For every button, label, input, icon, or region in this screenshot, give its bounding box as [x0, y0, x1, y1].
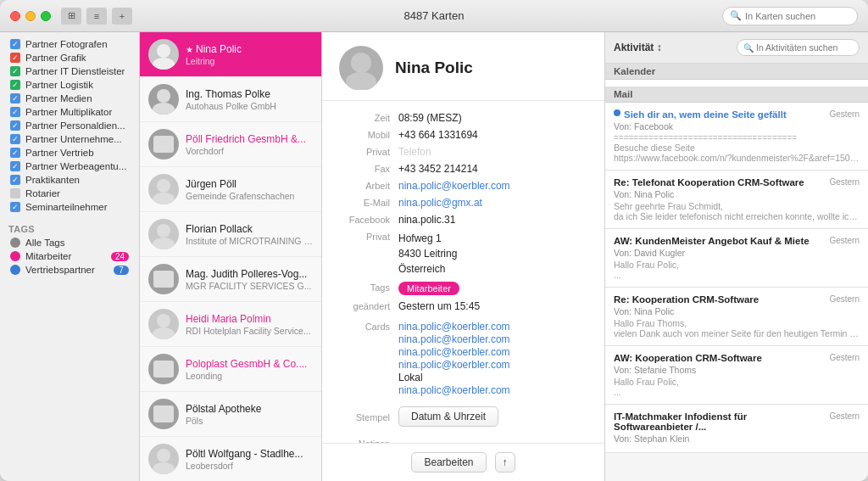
- detail-row-mobil: Mobil +43 664 1331694: [322, 126, 604, 143]
- global-search[interactable]: 🔍: [722, 7, 858, 25]
- contact-item-judith-polleres[interactable]: Mag. Judith Polleres-Vog... MGR FACILITY…: [140, 257, 321, 302]
- sidebar-item-partner-logistik[interactable]: ✓ Partner Logistik: [3, 78, 136, 92]
- share-button[interactable]: ↑: [495, 452, 515, 473]
- checkbox-partner-multiplikator[interactable]: ✓: [10, 107, 20, 117]
- avatar-polstal: [148, 399, 179, 429]
- svg-rect-14: [153, 405, 174, 422]
- checkbox-partner-medien[interactable]: ✓: [10, 93, 20, 103]
- checkbox-partner-personal[interactable]: ✓: [10, 120, 20, 131]
- card-link-5[interactable]: nina.polic@koerbler.com: [398, 384, 510, 396]
- minimize-button[interactable]: [25, 11, 36, 21]
- sidebar-item-partner-werbe[interactable]: ✓ Partner Werbeagentu...: [3, 159, 136, 173]
- contact-item-heidi-polmin[interactable]: Heidi Maria Polmin RDI Hotelplan Facilit…: [140, 302, 321, 347]
- add-icon[interactable]: +: [112, 8, 132, 25]
- app-window: ⊞ ≡ + 8487 Karten 🔍 ✓ Partner Fotografen…: [0, 0, 868, 481]
- contact-info-judith-polleres: Mag. Judith Polleres-Vog... MGR FACILITY…: [186, 268, 313, 291]
- contact-name-nina-polic: ★Nina Polic: [186, 43, 313, 55]
- checkbox-partner-grafik[interactable]: ✓: [10, 53, 20, 63]
- svg-rect-13: [153, 361, 174, 378]
- mail-item-kooperation[interactable]: Re: Kooperation CRM-Software Gestern Von…: [605, 288, 868, 346]
- tag-mitarbeiter[interactable]: Mitarbeiter 24: [3, 249, 136, 263]
- sidebar-item-partner-unternehme[interactable]: ✓ Partner Unternehme...: [3, 132, 136, 146]
- list-icon[interactable]: ≡: [86, 8, 107, 25]
- detail-value-fax: +43 3452 214214: [398, 163, 587, 175]
- mail-item-aw-kooperation[interactable]: AW: Kooperation CRM-Software Gestern Von…: [605, 346, 868, 405]
- mail-header-aw-kooperation: AW: Kooperation CRM-Software Gestern: [614, 353, 860, 363]
- sidebar-item-praktikanten[interactable]: ✓ Praktikanten: [3, 173, 136, 187]
- checkbox-partner-fotografen[interactable]: ✓: [10, 39, 20, 49]
- mail-preview-telefonat-1: Sehr geehrte Frau Schmidt,: [614, 201, 860, 211]
- svg-point-9: [153, 238, 175, 249]
- checkbox-partner-it[interactable]: ✓: [10, 66, 20, 76]
- checkbox-partner-logistik[interactable]: ✓: [10, 80, 20, 90]
- tag-vertriebspartner[interactable]: Vertriebspartner 7: [3, 263, 136, 277]
- detail-value-facebook: nina.polic.31: [398, 214, 587, 226]
- detail-value-email[interactable]: nina.polic@gmx.at: [398, 197, 587, 209]
- checkbox-partner-werbe[interactable]: ✓: [10, 161, 20, 171]
- sidebar-item-partner-grafik[interactable]: ✓ Partner Grafik: [3, 51, 136, 64]
- mail-date-facebook: Gestern: [829, 109, 860, 119]
- sidebar-item-partner-vertrieb[interactable]: ✓ Partner Vertrieb: [3, 146, 136, 159]
- mail-header-it-matchmaker: IT-Matchmaker Infodienst für Softwareanb…: [614, 411, 860, 432]
- mail-from-aw-kooperation: Von: Stefanie Thoms: [614, 365, 860, 375]
- card-link-1[interactable]: nina.polic@koerbler.com: [398, 321, 510, 333]
- mail-header-facebook: Sieh dir an, wem deine Seite gefällt Ges…: [614, 109, 860, 120]
- contact-item-polstal[interactable]: Pölstal Apotheke Pöls: [140, 392, 321, 437]
- detail-avatar: [339, 46, 383, 90]
- avatar-heidi-polmin: [148, 309, 179, 339]
- activity-search-input[interactable]: [756, 42, 853, 53]
- contact-name-jurgen-poll: Jürgen Pöll: [186, 178, 313, 190]
- view-icon[interactable]: ⊞: [61, 8, 81, 25]
- close-button[interactable]: [10, 11, 20, 21]
- contact-name-poltl-wolfgang: Pöltl Wolfgang - Stadlhe...: [186, 448, 313, 460]
- tag-alle-dot: [10, 238, 20, 248]
- search-input[interactable]: [745, 11, 850, 21]
- tag-alle[interactable]: Alle Tags: [3, 236, 136, 249]
- sidebar-item-seminarteilnehmer[interactable]: ✓ Seminarteilnehmer: [3, 200, 136, 214]
- detail-value-mobil: +43 664 1331694: [398, 129, 587, 141]
- mail-item-it-matchmaker[interactable]: IT-Matchmaker Infodienst für Softwareanb…: [605, 405, 868, 453]
- mail-header-kooperation: Re: Kooperation CRM-Software Gestern: [614, 294, 860, 305]
- mail-item-facebook[interactable]: Sieh dir an, wem deine Seite gefällt Ges…: [605, 103, 868, 171]
- checkbox-partner-vertrieb[interactable]: ✓: [10, 148, 20, 158]
- sidebar-item-partner-fotografen[interactable]: ✓ Partner Fotografen: [3, 37, 136, 51]
- mail-item-telefonat[interactable]: Re: Telefonat Kooperation CRM-Software G…: [605, 171, 868, 229]
- avatar-thomas-polke: [148, 84, 179, 115]
- contact-item-poltl-wolfgang[interactable]: Pöltl Wolfgang - Stadlhe... Leobersdorf: [140, 437, 321, 481]
- edit-button[interactable]: Bearbeiten: [411, 452, 486, 473]
- card-link-4[interactable]: nina.polic@koerbler.com: [398, 359, 510, 371]
- svg-point-16: [153, 462, 175, 474]
- detail-row-notizen: Notizen: [322, 436, 604, 443]
- card-link-3[interactable]: nina.polic@koerbler.com: [398, 346, 510, 358]
- contact-item-nina-polic[interactable]: ★Nina Polic Leitring: [140, 32, 321, 77]
- sidebar-item-partner-it[interactable]: ✓ Partner IT Dienstleister: [3, 64, 136, 78]
- mail-item-angebot[interactable]: AW: KundenMeister Angebot Kauf & Miete G…: [605, 229, 868, 288]
- checkbox-partner-unternehme[interactable]: ✓: [10, 134, 20, 144]
- detail-value-arbeit[interactable]: nina.polic@koerbler.com: [398, 180, 587, 192]
- maximize-button[interactable]: [41, 11, 51, 21]
- sidebar-item-partner-personal[interactable]: ✓ Partner Personaldien...: [3, 119, 136, 132]
- sidebar-item-rotarier[interactable]: Rotarier: [3, 187, 136, 200]
- contact-item-thomas-polke[interactable]: Ing. Thomas Polke Autohaus Polke GmbH: [140, 77, 321, 122]
- tag-vertriebspartner-count: 7: [114, 266, 129, 275]
- contact-item-jurgen-poll[interactable]: Jürgen Pöll Gemeinde Grafenschachen: [140, 167, 321, 212]
- sidebar-item-partner-medien[interactable]: ✓ Partner Medien: [3, 92, 136, 105]
- card-link-2[interactable]: nina.polic@koerbler.com: [398, 333, 510, 345]
- contact-info-poll-friedrich: Pöll Friedrich GesmbH &... Vorchdorf: [186, 133, 313, 156]
- detail-label-address: Privat: [339, 231, 390, 242]
- stempel-button[interactable]: Datum & Uhrzeit: [398, 406, 498, 427]
- contact-sub-nina-polic: Leitring: [186, 56, 313, 66]
- checkbox-praktikanten[interactable]: ✓: [10, 175, 20, 185]
- contact-item-florian-pollack[interactable]: Florian Pollack Institute of MICROTRAINI…: [140, 212, 321, 257]
- contact-info-florian-pollack: Florian Pollack Institute of MICROTRAINI…: [186, 223, 313, 246]
- activity-search[interactable]: 🔍: [737, 39, 860, 56]
- contact-name-thomas-polke: Ing. Thomas Polke: [186, 88, 313, 100]
- contact-item-poloplast[interactable]: Poloplast GesmbH & Co.... Leonding: [140, 347, 321, 392]
- tag-mitarbeiter-count: 24: [111, 252, 129, 261]
- sidebar-item-partner-multiplikator[interactable]: ✓ Partner Multiplikator: [3, 105, 136, 119]
- contact-item-poll-friedrich[interactable]: Pöll Friedrich GesmbH &... Vorchdorf: [140, 122, 321, 167]
- svg-point-15: [157, 449, 170, 462]
- checkbox-rotarier[interactable]: [10, 188, 20, 199]
- contact-name-poll-friedrich: Pöll Friedrich GesmbH &...: [186, 133, 313, 145]
- checkbox-seminarteilnehmer[interactable]: ✓: [10, 202, 20, 212]
